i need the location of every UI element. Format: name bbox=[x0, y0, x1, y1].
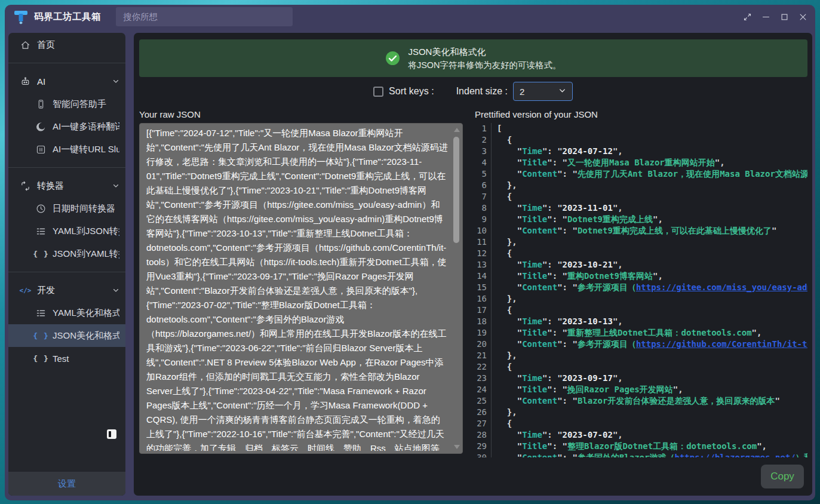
app-title: 码界工坊工具箱 bbox=[34, 11, 101, 23]
json-token: ", bbox=[613, 146, 623, 156]
sidebar-item-ai[interactable]: AI bbox=[8, 70, 125, 93]
list-icon bbox=[36, 226, 46, 236]
code-line: 22 { bbox=[475, 361, 807, 373]
pretty-code[interactable]: 1[2 {3 "Time": "2024-07-12",4 "Title": "… bbox=[475, 123, 807, 457]
banner-subtitle: 将JSON字符串修饰为友好的可读格式。 bbox=[408, 59, 561, 72]
line-content: "Content": "参考开源项目（https://gitee.com/mis… bbox=[492, 282, 807, 293]
line-content: { bbox=[492, 361, 807, 373]
line-number: 23 bbox=[475, 373, 492, 384]
sidebar-collapse-icon[interactable] bbox=[106, 429, 117, 440]
sidebar-item-label: YAML美化和格式化 bbox=[53, 308, 119, 319]
sidebar-item-label: 智能问答助手 bbox=[53, 99, 119, 110]
sidebar-item-开发[interactable]: </>开发 bbox=[8, 279, 125, 302]
scroll-up-arrow-icon[interactable] bbox=[454, 128, 460, 132]
json-token: " bbox=[497, 453, 522, 457]
json-url-link[interactable]: https://github.com/CorentinTh/it-tools bbox=[636, 339, 807, 349]
line-content: "Time": "2024-07-12", bbox=[492, 146, 807, 157]
json-token: ": " bbox=[542, 316, 563, 326]
code-line: 29 "Title": "整理Blazor版Dotnet工具箱：dotnetoo… bbox=[475, 441, 807, 452]
code-icon: </> bbox=[20, 285, 30, 296]
sidebar-item-test[interactable]: { }Test bbox=[8, 347, 125, 370]
line-number: 29 bbox=[475, 441, 492, 452]
json-token: " bbox=[497, 214, 522, 224]
line-number: 14 bbox=[475, 271, 492, 282]
json-token: ": " bbox=[542, 146, 563, 156]
sidebar-item-首页[interactable]: 首页 bbox=[8, 33, 125, 56]
json-token: ", bbox=[613, 373, 623, 383]
pretty-json-label: Prettified version of your JSON bbox=[475, 108, 807, 123]
maximize-icon[interactable] bbox=[779, 12, 790, 22]
line-content: }, bbox=[492, 350, 807, 361]
json-token: " bbox=[497, 430, 522, 440]
sidebar-item-json美化和格式化[interactable]: { }JSON美化和格式化 bbox=[8, 324, 125, 347]
convert-icon bbox=[20, 181, 30, 191]
expand-icon[interactable] bbox=[742, 12, 753, 22]
code-line: 13 "Time": "2023-10-21", bbox=[475, 259, 807, 271]
scrollbar-thumb[interactable] bbox=[453, 137, 459, 243]
json-token: Dotnet9重构完成上线，可以在此基础上慢慢优化了 bbox=[578, 226, 772, 235]
json-token: Time bbox=[522, 430, 542, 440]
json-token: Time bbox=[522, 203, 542, 213]
search-input[interactable] bbox=[116, 7, 293, 26]
code-line: 7 { bbox=[475, 191, 807, 202]
json-token: " bbox=[772, 226, 776, 235]
line-number: 27 bbox=[475, 418, 492, 429]
json-token: ", bbox=[752, 328, 762, 337]
sidebar-item-json到yaml转换[interactable]: { }JSON到YAML转换 bbox=[8, 242, 125, 265]
line-content: }, bbox=[492, 293, 807, 305]
minimize-icon[interactable] bbox=[761, 12, 771, 22]
json-token: }, bbox=[497, 407, 517, 417]
json-token: Dotnet9重构完成上线 bbox=[567, 214, 653, 224]
sidebar-item-ai一键转url-slug[interactable]: AI一键转URL Slug bbox=[8, 138, 125, 161]
json-url-link[interactable]: https://blazorgames.net/ bbox=[674, 453, 795, 457]
scroll-down-arrow-icon[interactable] bbox=[454, 445, 460, 449]
line-content: "Title": "Dotnet9重构完成上线", bbox=[492, 214, 807, 225]
app-window: 码界工坊工具箱 首页AI智能问答助手AI一键多语种翻译AI一键转URL Slug… bbox=[5, 5, 815, 500]
line-number: 10 bbox=[475, 225, 492, 236]
indent-size-value: 2 bbox=[520, 87, 524, 97]
line-content: "Content": "Dotnet9重构完成上线，可以在此基础上慢慢优化了" bbox=[492, 225, 807, 236]
phone-icon bbox=[36, 99, 46, 109]
sidebar-item-label: AI bbox=[37, 76, 112, 87]
copy-button[interactable]: Copy bbox=[761, 465, 804, 488]
line-number: 13 bbox=[475, 259, 492, 271]
line-content: "Time": "2023-11-01", bbox=[492, 202, 807, 214]
line-content: }, bbox=[492, 236, 807, 248]
raw-json-textarea[interactable]: [{"Time":"2024-07-12","Title":"又一轮使用Masa… bbox=[146, 126, 448, 451]
sidebar-item-yaml美化和格式化[interactable]: YAML美化和格式化 bbox=[8, 302, 125, 324]
json-url-link[interactable]: https://gitee.com/miss_you/easy-admin bbox=[636, 282, 807, 292]
json-token: }, bbox=[497, 237, 517, 247]
json-token: Time bbox=[522, 260, 542, 269]
sidebar-item-label: 开发 bbox=[37, 285, 112, 296]
json-token: " bbox=[497, 328, 522, 337]
line-number: 9 bbox=[475, 214, 492, 225]
moon-icon bbox=[36, 122, 46, 132]
sort-keys-checkbox[interactable] bbox=[373, 87, 383, 97]
json-token: ", bbox=[653, 271, 663, 281]
json-token: ", bbox=[757, 441, 767, 451]
sort-keys-label: Sort keys : bbox=[389, 86, 434, 97]
line-number: 16 bbox=[475, 293, 492, 305]
sidebar-item-label: JSON美化和格式化 bbox=[53, 330, 119, 342]
code-line: 1[ bbox=[475, 123, 807, 134]
json-token: 先使用了几天Ant Blazor，现在使用Masa Blazor文档站源码进行修… bbox=[578, 169, 807, 179]
code-line: 19 "Title": "重新整理上线Dotnet工具箱：dotnetools.… bbox=[475, 327, 807, 339]
json-token: ": " bbox=[557, 339, 578, 349]
json-token: ": " bbox=[557, 169, 578, 179]
sidebar-item-ai一键多语种翻译[interactable]: AI一键多语种翻译 bbox=[8, 115, 125, 138]
settings-button[interactable]: 设置 bbox=[8, 472, 125, 496]
raw-json-scrollbar[interactable] bbox=[452, 125, 461, 452]
sidebar-item-yaml到json转换[interactable]: YAML到JSON转换 bbox=[8, 220, 125, 242]
sidebar-item-转换器[interactable]: 转换器 bbox=[8, 174, 125, 197]
line-content: "Content": "Blazor开发前台体验还是差强人意，换回原来的版本" bbox=[492, 395, 807, 407]
line-content: "Time": "2023-09-17", bbox=[492, 373, 807, 384]
sidebar-item-日期时间转换器[interactable]: 日期时间转换器 bbox=[8, 197, 125, 220]
json-token: ": " bbox=[557, 226, 578, 235]
sidebar-divider bbox=[8, 167, 125, 168]
json-token: Time bbox=[522, 373, 542, 383]
indent-size-select[interactable]: 2 bbox=[513, 82, 573, 101]
line-content: "Title": "整理Blazor版Dotnet工具箱：dotnetools.… bbox=[492, 441, 807, 452]
line-number: 2 bbox=[475, 134, 492, 146]
close-icon[interactable] bbox=[798, 12, 808, 22]
sidebar-item-智能问答助手[interactable]: 智能问答助手 bbox=[8, 93, 125, 115]
